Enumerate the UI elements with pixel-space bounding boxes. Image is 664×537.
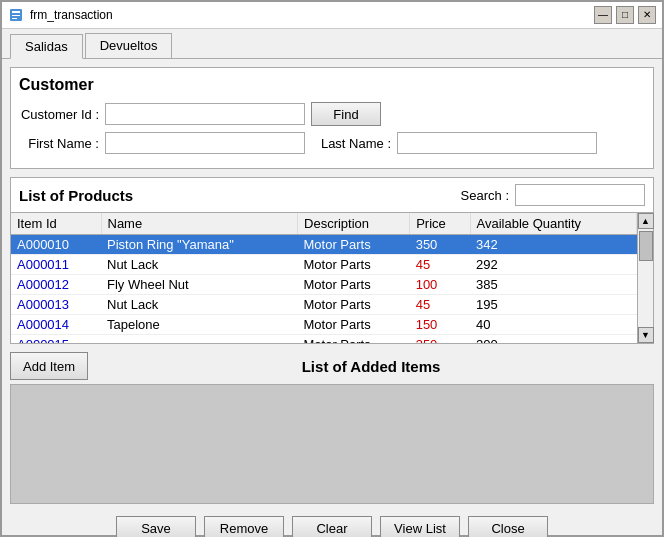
cell-description: Motor Parts <box>298 315 410 335</box>
cell-price: 100 <box>410 275 470 295</box>
table-row[interactable]: A000012 Fly Wheel Nut Motor Parts 100 38… <box>11 275 637 295</box>
cell-name: Nut Lack <box>101 295 298 315</box>
table-row[interactable]: A000011 Nut Lack Motor Parts 45 292 <box>11 255 637 275</box>
title-bar: frm_transaction — □ ✕ <box>2 2 662 29</box>
cell-name: Piston Ring "Yamana" <box>101 235 298 255</box>
added-section-wrapper: Add Item List of Added Items <box>10 352 654 504</box>
cell-item-id: A000015 <box>11 335 101 344</box>
products-header: List of Products Search : <box>11 178 653 212</box>
table-scrollbar[interactable]: ▲ ▼ <box>637 213 653 343</box>
products-table-area: Item Id Name Description Price Available… <box>11 212 653 343</box>
cell-name: Nut Lack <box>101 255 298 275</box>
last-name-label: Last Name : <box>311 136 391 151</box>
remove-button[interactable]: Remove <box>204 516 284 537</box>
cell-description: Motor Parts <box>298 235 410 255</box>
minimize-button[interactable]: — <box>594 6 612 24</box>
search-label: Search : <box>461 188 509 203</box>
svg-rect-3 <box>12 18 17 19</box>
save-button[interactable]: Save <box>116 516 196 537</box>
customer-id-input[interactable] <box>105 103 305 125</box>
table-body: A000010 Piston Ring "Yamana" Motor Parts… <box>11 235 637 344</box>
cell-price: 150 <box>410 315 470 335</box>
products-title: List of Products <box>19 187 133 204</box>
scroll-down-btn[interactable]: ▼ <box>638 327 654 343</box>
customer-name-row: First Name : Last Name : <box>19 132 645 154</box>
cell-price: 350 <box>410 335 470 344</box>
cell-qty: 385 <box>470 275 636 295</box>
add-item-button[interactable]: Add Item <box>10 352 88 380</box>
products-section: List of Products Search : Item Id Name D… <box>10 177 654 344</box>
table-row[interactable]: A000013 Nut Lack Motor Parts 45 195 <box>11 295 637 315</box>
scroll-up-btn[interactable]: ▲ <box>638 213 654 229</box>
search-input[interactable] <box>515 184 645 206</box>
products-table: Item Id Name Description Price Available… <box>11 213 637 343</box>
footer-buttons: Save Remove Clear View List Close <box>10 512 654 537</box>
col-price: Price <box>410 213 470 235</box>
table-header: Item Id Name Description Price Available… <box>11 213 637 235</box>
table-row[interactable]: A000014 Tapelone Motor Parts 150 40 <box>11 315 637 335</box>
cell-description: Motor Parts <box>298 275 410 295</box>
added-list-area <box>10 384 654 504</box>
cell-qty: 200 <box>470 335 636 344</box>
added-title: List of Added Items <box>88 358 654 375</box>
added-header: Add Item List of Added Items <box>10 352 654 380</box>
customer-id-label: Customer Id : <box>19 107 99 122</box>
form-icon <box>8 7 24 23</box>
title-bar-left: frm_transaction <box>8 7 113 23</box>
cell-item-id: A000013 <box>11 295 101 315</box>
cell-name: ... <box>101 335 298 344</box>
col-item-id: Item Id <box>11 213 101 235</box>
cell-price: 45 <box>410 295 470 315</box>
main-content: Customer Customer Id : Find First Name :… <box>2 59 662 537</box>
cell-name: Fly Wheel Nut <box>101 275 298 295</box>
table-row[interactable]: A000015 ... Motor Parts 350 200 <box>11 335 637 344</box>
clear-button[interactable]: Clear <box>292 516 372 537</box>
cell-description: Motor Parts <box>298 295 410 315</box>
cell-item-id: A000014 <box>11 315 101 335</box>
cell-qty: 195 <box>470 295 636 315</box>
close-button-footer[interactable]: Close <box>468 516 548 537</box>
cell-qty: 292 <box>470 255 636 275</box>
cell-qty: 342 <box>470 235 636 255</box>
first-name-label: First Name : <box>19 136 99 151</box>
cell-description: Motor Parts <box>298 255 410 275</box>
last-name-input[interactable] <box>397 132 597 154</box>
col-description: Description <box>298 213 410 235</box>
col-name: Name <box>101 213 298 235</box>
cell-qty: 40 <box>470 315 636 335</box>
tab-bar: Salidas Devueltos <box>2 29 662 59</box>
find-button[interactable]: Find <box>311 102 381 126</box>
search-area: Search : <box>461 184 645 206</box>
svg-rect-2 <box>12 15 20 16</box>
cell-item-id: A000012 <box>11 275 101 295</box>
table-row[interactable]: A000010 Piston Ring "Yamana" Motor Parts… <box>11 235 637 255</box>
cell-price: 45 <box>410 255 470 275</box>
tab-devueltos[interactable]: Devueltos <box>85 33 173 58</box>
scroll-thumb[interactable] <box>639 231 653 261</box>
cell-item-id: A000011 <box>11 255 101 275</box>
cell-description: Motor Parts <box>298 335 410 344</box>
col-qty: Available Quantity <box>470 213 636 235</box>
table-scroll-content: Item Id Name Description Price Available… <box>11 213 637 343</box>
title-bar-controls: — □ ✕ <box>594 6 656 24</box>
tab-salidas[interactable]: Salidas <box>10 34 83 59</box>
cell-price: 350 <box>410 235 470 255</box>
svg-rect-1 <box>12 11 20 13</box>
view-list-button[interactable]: View List <box>380 516 460 537</box>
cell-item-id: A000010 <box>11 235 101 255</box>
close-button[interactable]: ✕ <box>638 6 656 24</box>
cell-name: Tapelone <box>101 315 298 335</box>
window-title: frm_transaction <box>30 8 113 22</box>
first-name-input[interactable] <box>105 132 305 154</box>
customer-title: Customer <box>19 76 645 94</box>
customer-id-row: Customer Id : Find <box>19 102 645 126</box>
maximize-button[interactable]: □ <box>616 6 634 24</box>
customer-section: Customer Customer Id : Find First Name :… <box>10 67 654 169</box>
main-window: frm_transaction — □ ✕ Salidas Devueltos … <box>0 0 664 537</box>
